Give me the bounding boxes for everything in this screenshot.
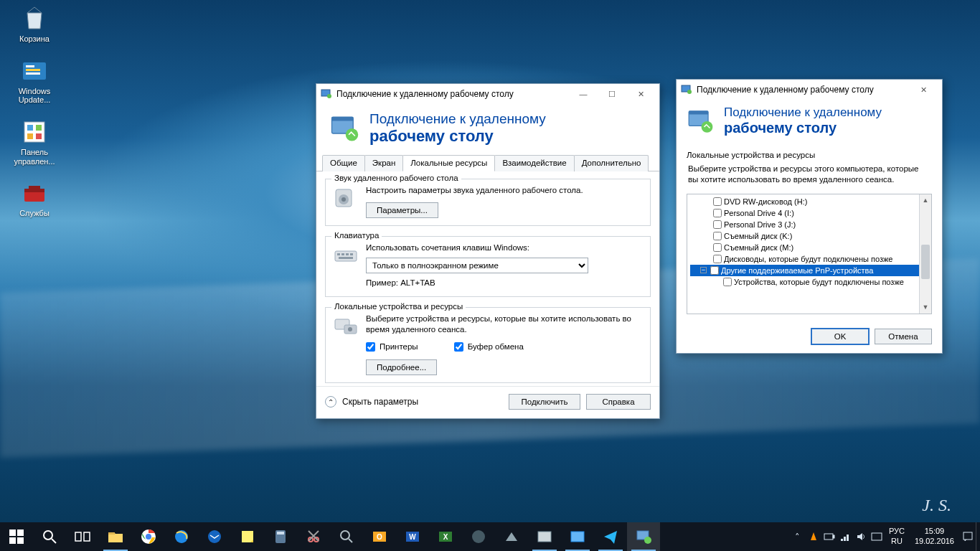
svg-rect-41 [108, 532, 115, 534]
audio-settings-button[interactable]: Параметры... [366, 202, 438, 218]
help-button[interactable]: Справка [586, 394, 651, 410]
tray-network-icon[interactable] [837, 522, 853, 551]
tray-volume-icon[interactable] [853, 522, 869, 551]
taskbar-rdc[interactable] [627, 522, 660, 551]
svg-text:O: O [377, 533, 382, 541]
taskbar-chrome[interactable] [132, 522, 165, 551]
tree-item[interactable]: Дисководы, которые будут подключены позж… [690, 253, 928, 265]
rdc-large-icon [687, 108, 714, 135]
tab-display[interactable]: Экран [364, 155, 403, 171]
maximize-button[interactable]: ☐ [598, 85, 626, 103]
svg-point-43 [146, 534, 151, 540]
desktop-icons: Корзина Windows Update... Панель управле… [9, 4, 60, 218]
hide-options-link[interactable]: Скрыть параметры [342, 397, 418, 407]
recycle-bin[interactable]: Корзина [9, 4, 60, 44]
svg-rect-3 [26, 72, 40, 75]
cancel-button[interactable]: Отмена [875, 329, 932, 344]
wallpaper-signature: J. S. [922, 496, 951, 515]
svg-rect-37 [17, 537, 24, 544]
taskbar-outlook[interactable]: O [363, 522, 396, 551]
language-indicator[interactable]: РУСRU [885, 527, 909, 547]
clipboard-checkbox[interactable]: Буфер обмена [454, 342, 524, 353]
svg-point-13 [327, 94, 331, 98]
taskbar-window1[interactable] [528, 522, 561, 551]
show-desktop-button[interactable] [976, 522, 980, 551]
tree-item[interactable]: Personal Drive 4 (I:) [690, 207, 928, 219]
tab-strip: Общие Экран Локальные ресурсы Взаимодейс… [316, 154, 659, 171]
task-view-button[interactable] [66, 522, 99, 551]
tab-experience[interactable]: Взаимодействие [494, 155, 574, 171]
tree-item[interactable]: Устройства, которые будут подключены поз… [690, 276, 928, 288]
taskbar-calculator[interactable] [264, 522, 297, 551]
devices-icon [333, 314, 359, 339]
close-button[interactable]: ✕ [909, 81, 938, 98]
control-panel-shortcut[interactable]: Панель управлен... [9, 118, 60, 166]
close-button[interactable]: ✕ [626, 85, 655, 103]
svg-rect-63 [824, 534, 833, 540]
taskbar-magnifier[interactable] [330, 522, 363, 551]
tree-item[interactable]: DVD RW-дисковод (H:) [690, 196, 928, 207]
minimize-button[interactable]: — [569, 85, 598, 103]
taskbar-window2[interactable] [561, 522, 594, 551]
svg-rect-66 [844, 537, 846, 541]
tree-item[interactable]: Съемный диск (M:) [690, 242, 928, 253]
svg-rect-40 [84, 532, 90, 541]
svg-rect-34 [9, 529, 16, 536]
tray-keyboard-icon[interactable] [869, 522, 885, 551]
svg-rect-48 [277, 532, 284, 534]
taskbar-word[interactable]: W [396, 522, 429, 551]
banner: Подключение к удаленному рабочему столу [677, 100, 942, 143]
svg-point-51 [341, 531, 349, 540]
tree-scrollbar[interactable]: ▲ ▼ [919, 194, 931, 314]
scroll-down-icon[interactable]: ▼ [920, 301, 931, 314]
tree-item[interactable]: −Другие поддерживаемые PnP-устройства [690, 265, 928, 276]
tray-chevron-icon[interactable]: ˄ [790, 522, 806, 551]
search-button[interactable] [33, 522, 66, 551]
taskbar-explorer[interactable] [99, 522, 132, 551]
svg-rect-6 [36, 125, 42, 131]
svg-rect-10 [24, 189, 44, 192]
svg-rect-36 [9, 537, 16, 544]
keyboard-combo[interactable]: Только в полноэкранном режиме [366, 258, 588, 273]
svg-rect-8 [36, 133, 42, 139]
tray-vlc-icon[interactable] [806, 522, 821, 551]
taskbar-snipping[interactable] [297, 522, 330, 551]
taskbar-ie[interactable] [165, 522, 198, 551]
tray-battery-icon[interactable] [821, 522, 837, 551]
taskbar-excel[interactable]: X [429, 522, 462, 551]
connect-button[interactable]: Подключить [509, 394, 580, 410]
taskbar-thunderbird[interactable] [198, 522, 231, 551]
ok-button[interactable]: OK [811, 329, 869, 344]
svg-text:X: X [443, 533, 448, 541]
devices-tree[interactable]: DVD RW-дисковод (H:)Personal Drive 4 (I:… [687, 194, 932, 314]
more-button[interactable]: Подробнее... [366, 359, 437, 375]
tab-advanced[interactable]: Дополнительно [574, 155, 649, 171]
svg-rect-68 [872, 533, 882, 540]
tab-local-resources[interactable]: Локальные ресурсы [402, 155, 495, 171]
taskbar-sticky-notes[interactable] [231, 522, 264, 551]
speaker-icon [333, 185, 359, 211]
start-button[interactable] [0, 522, 33, 551]
collapse-icon[interactable]: ⌃ [325, 396, 336, 408]
taskbar-app1[interactable] [462, 522, 495, 551]
svg-point-33 [702, 121, 713, 133]
tree-item[interactable]: Съемный диск (K:) [690, 230, 928, 242]
titlebar[interactable]: Подключение к удаленному рабочему столу … [316, 84, 659, 104]
clock[interactable]: 15:0919.02.2016 [909, 527, 960, 547]
tree-item[interactable]: Personal Drive 3 (J:) [690, 219, 928, 230]
svg-rect-24 [350, 253, 353, 255]
taskbar-app2[interactable] [495, 522, 528, 551]
windows-update-shortcut[interactable]: Windows Update... [9, 57, 60, 105]
svg-rect-7 [27, 133, 33, 139]
svg-text:W: W [409, 533, 416, 541]
banner: Подключение к удаленному рабочему столу [316, 104, 659, 156]
titlebar[interactable]: Подключение к удаленному рабочему столу … [677, 80, 942, 100]
services-shortcut[interactable]: Службы [9, 179, 60, 218]
svg-point-28 [348, 327, 352, 331]
taskbar-telegram[interactable] [594, 522, 627, 551]
action-center-icon[interactable] [960, 522, 976, 551]
svg-rect-23 [346, 253, 349, 255]
tab-general[interactable]: Общие [322, 155, 365, 171]
scroll-up-icon[interactable]: ▲ [920, 194, 931, 207]
printers-checkbox[interactable]: Принтеры [366, 342, 418, 353]
